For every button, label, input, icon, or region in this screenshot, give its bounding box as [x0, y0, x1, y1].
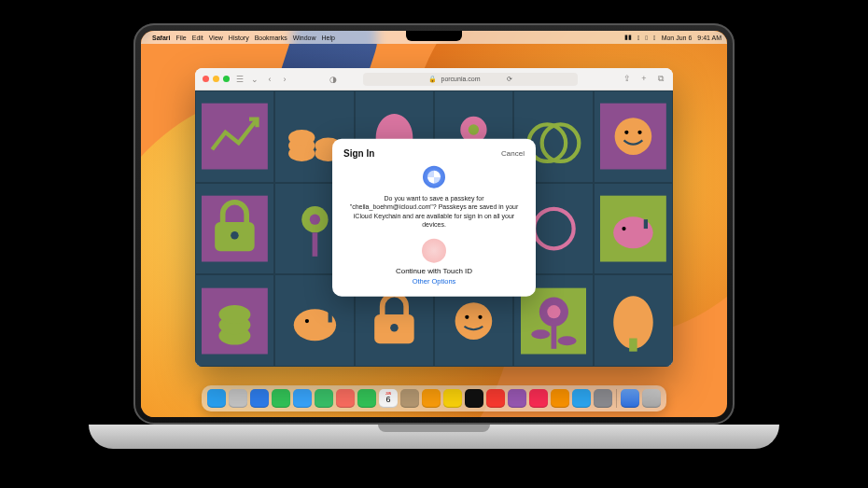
window-controls [203, 76, 230, 82]
menubar-item[interactable]: File [175, 35, 186, 41]
reload-icon[interactable]: ⟳ [507, 76, 512, 83]
menubar-item[interactable]: Edit [192, 35, 203, 41]
safari-icon [423, 166, 445, 188]
dock-notes[interactable] [443, 389, 462, 408]
address-bar[interactable]: 🔒 porcunia.com ⟳ [363, 73, 578, 86]
safari-window: ☰ ⌄ ‹ › ◑ 🔒 porcunia.com ⟳ ⇪ + ⧉ [195, 68, 673, 367]
tile [195, 91, 274, 183]
chevron-down-icon[interactable]: ⌄ [250, 75, 259, 84]
menubar-item[interactable]: History [229, 35, 249, 41]
dock-downloads[interactable] [621, 389, 639, 408]
tabs-icon[interactable]: ⧉ [656, 74, 665, 84]
minimize-button[interactable] [213, 76, 219, 82]
tile [594, 183, 673, 275]
svg-rect-48 [551, 325, 556, 348]
menubar-item[interactable]: Bookmarks [255, 35, 287, 41]
svg-point-47 [547, 305, 560, 318]
menubar-item[interactable]: View [209, 35, 223, 41]
svg-point-41 [390, 323, 398, 330]
tile [594, 274, 673, 367]
safari-toolbar: ☰ ⌄ ‹ › ◑ 🔒 porcunia.com ⟳ ⇪ + ⧉ [195, 68, 673, 91]
svg-point-3 [288, 130, 315, 146]
dock-maps[interactable] [315, 389, 333, 408]
dock-appstore[interactable] [572, 389, 591, 408]
menubar-date[interactable]: Mon Jun 6 [662, 35, 693, 41]
laptop-base [89, 425, 779, 449]
svg-point-8 [469, 125, 479, 135]
svg-point-16 [624, 131, 628, 134]
svg-point-42 [455, 302, 493, 340]
desktop: Safari File Edit View History Bookmarks … [141, 31, 727, 417]
back-button[interactable]: ‹ [265, 75, 274, 84]
dock-reminders[interactable] [422, 389, 441, 408]
dock-books[interactable] [551, 389, 569, 408]
menubar-app[interactable]: Safari [152, 35, 170, 41]
passkey-dialog: Sign In Cancel Do you want to save a pas… [332, 139, 536, 297]
dock: JUN6 [202, 385, 666, 411]
dock-facetime[interactable] [357, 389, 376, 408]
dialog-body: Do you want to save a passkey for "chell… [343, 194, 525, 230]
dock-music[interactable] [486, 389, 505, 408]
touchid-label: Continue with Touch ID [343, 266, 525, 274]
control-center-icon[interactable]: 􀜊 [653, 35, 656, 41]
menubar-time[interactable]: 9:41 AM [697, 35, 721, 41]
cancel-button[interactable]: Cancel [501, 149, 525, 158]
svg-point-50 [557, 336, 576, 345]
dock-safari[interactable] [250, 389, 269, 408]
dialog-title: Sign In [343, 148, 374, 159]
sidebar-icon[interactable]: ☰ [235, 75, 245, 84]
menubar-item[interactable]: Help [322, 35, 335, 41]
dock-contacts[interactable] [400, 389, 419, 408]
svg-point-44 [479, 314, 483, 318]
dock-separator [616, 389, 617, 408]
svg-point-15 [614, 118, 651, 155]
forward-button[interactable]: › [280, 75, 289, 84]
maximize-button[interactable] [223, 76, 230, 82]
share-icon[interactable]: ⇪ [623, 74, 632, 84]
dock-tv[interactable] [465, 389, 483, 408]
svg-point-49 [531, 329, 550, 339]
svg-rect-23 [312, 232, 317, 256]
tile [594, 91, 673, 183]
dock-podcasts[interactable] [508, 389, 526, 408]
svg-point-36 [219, 305, 251, 324]
dock-trash[interactable] [642, 389, 661, 408]
close-button[interactable] [203, 76, 209, 82]
svg-point-22 [309, 214, 319, 224]
tile [195, 183, 274, 275]
svg-point-20 [231, 231, 238, 239]
lock-icon: 🔒 [428, 76, 437, 83]
dock-calendar[interactable]: JUN6 [379, 389, 398, 408]
dock-settings[interactable] [594, 389, 612, 408]
dock-photos[interactable] [336, 389, 355, 408]
battery-icon[interactable]: ▮▮ [624, 34, 632, 41]
svg-point-31 [622, 227, 625, 230]
touchid-icon[interactable] [422, 238, 446, 262]
dock-finder[interactable] [207, 389, 226, 408]
svg-rect-39 [328, 312, 331, 322]
other-options-link[interactable]: Other Options [343, 276, 525, 285]
svg-rect-32 [644, 219, 648, 229]
dock-messages[interactable] [272, 389, 290, 408]
display-notch [406, 31, 462, 41]
svg-point-28 [534, 209, 573, 248]
address-url: porcunia.com [441, 76, 480, 82]
dock-news[interactable] [529, 389, 548, 408]
dock-mail[interactable] [293, 389, 312, 408]
svg-point-43 [465, 314, 469, 318]
search-icon[interactable]: 􀊫 [646, 35, 649, 41]
svg-point-38 [304, 319, 308, 323]
tile [195, 274, 274, 367]
svg-point-17 [637, 131, 641, 134]
shield-icon[interactable]: ◑ [329, 75, 338, 84]
svg-rect-51 [629, 338, 637, 351]
wifi-icon[interactable]: 􀙇 [637, 35, 640, 41]
add-tab-button[interactable]: + [639, 74, 649, 84]
laptop-frame: Safari File Edit View History Bookmarks … [133, 23, 735, 425]
svg-rect-0 [202, 104, 268, 170]
menubar-item[interactable]: Window [293, 35, 316, 41]
dock-launchpad[interactable] [229, 389, 247, 408]
